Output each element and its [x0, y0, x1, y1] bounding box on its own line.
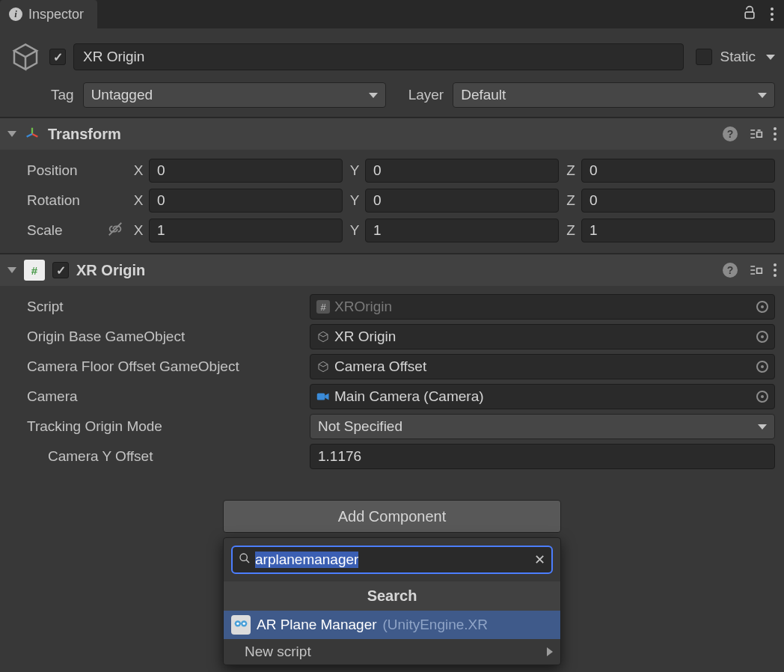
camera-floor-value: Camera Offset	[334, 358, 426, 375]
xrorigin-title: XR Origin	[76, 262, 715, 279]
position-x-input[interactable]	[149, 159, 343, 183]
info-icon: i	[9, 7, 22, 21]
camera-value: Main Camera (Camera)	[334, 388, 484, 405]
lock-icon[interactable]	[742, 5, 757, 24]
rotation-x-input[interactable]	[149, 189, 343, 213]
axis-y: Y	[347, 192, 362, 209]
component-menu-icon[interactable]	[774, 263, 777, 277]
axis-y: Y	[347, 222, 362, 239]
preset-icon[interactable]	[748, 263, 763, 278]
cube-icon	[9, 40, 42, 73]
rotation-z-input[interactable]	[581, 189, 775, 213]
xrorigin-header[interactable]: # XR Origin ?	[0, 254, 784, 286]
origin-base-label: Origin Base GameObject	[27, 329, 304, 345]
component-menu-icon[interactable]	[774, 127, 777, 141]
svg-point-10	[243, 623, 245, 625]
scale-x-input[interactable]	[149, 219, 343, 242]
transform-title: Transform	[48, 126, 715, 143]
camera-floor-field[interactable]: Camera Offset	[310, 354, 775, 379]
script-label: Script	[27, 299, 304, 315]
clear-search-icon[interactable]: ✕	[534, 552, 545, 568]
search-result-arplanemanager[interactable]: AR Plane Manager (UnityEngine.XR	[224, 611, 560, 639]
result-name: AR Plane Manager	[257, 617, 377, 633]
result-namespace: (UnityEngine.XR	[383, 617, 488, 633]
script-value: XROrigin	[334, 299, 392, 315]
new-script-option[interactable]: New script	[224, 639, 560, 665]
axis-z: Z	[563, 222, 578, 239]
scale-y-input[interactable]	[365, 219, 559, 242]
tracking-mode-label: Tracking Origin Mode	[27, 418, 304, 435]
axis-x: X	[131, 162, 146, 179]
static-dropdown-icon[interactable]	[766, 55, 775, 60]
layer-label: Layer	[408, 87, 444, 103]
rotation-y-input[interactable]	[365, 189, 559, 213]
camera-floor-label: Camera Floor Offset GameObject	[27, 358, 304, 375]
object-picker-icon[interactable]	[756, 331, 768, 343]
search-icon	[239, 552, 251, 568]
xrorigin-component: # XR Origin ? Script # XROrigin Origin B…	[0, 254, 784, 479]
component-search-input[interactable]	[255, 552, 534, 568]
scale-label: Scale	[27, 222, 101, 239]
camera-mini-icon	[316, 390, 330, 403]
component-enable-checkbox[interactable]	[52, 262, 69, 278]
tag-dropdown[interactable]: Untagged	[83, 82, 386, 108]
foldout-icon	[7, 267, 16, 273]
chevron-down-icon	[758, 93, 767, 98]
object-picker-icon[interactable]	[756, 361, 768, 373]
popup-title: Search	[224, 581, 560, 611]
script-field: # XROrigin	[310, 294, 775, 320]
transform-component: Transform ? Position X Y Z Rotation X Y …	[0, 118, 784, 253]
svg-line-2	[109, 222, 122, 235]
tab-menu-icon[interactable]	[771, 7, 774, 21]
layer-dropdown[interactable]: Default	[453, 82, 775, 108]
camera-field[interactable]: Main Camera (Camera)	[310, 384, 775, 409]
svg-point-5	[240, 554, 247, 560]
camera-label: Camera	[27, 388, 304, 405]
rotation-label: Rotation	[27, 192, 125, 209]
add-component-label: Add Component	[338, 508, 447, 525]
rotation-row: Rotation X Y Z	[27, 186, 775, 216]
add-component-popup: ✕ Search AR Plane Manager (UnityEngine.X…	[223, 537, 561, 665]
cube-mini-icon	[316, 330, 330, 343]
object-picker-icon[interactable]	[756, 301, 768, 313]
help-icon[interactable]: ?	[723, 126, 738, 141]
position-z-input[interactable]	[581, 159, 775, 183]
add-component-area: Add Component ✕ Search AR Plane Manager …	[0, 479, 784, 672]
new-script-label: New script	[245, 644, 311, 660]
component-search-box[interactable]: ✕	[231, 546, 553, 574]
chevron-down-icon	[758, 424, 767, 430]
camera-y-offset-input[interactable]	[310, 444, 775, 469]
origin-base-value: XR Origin	[334, 329, 396, 345]
preset-icon[interactable]	[748, 126, 763, 141]
active-checkbox[interactable]	[49, 49, 66, 65]
scale-z-input[interactable]	[581, 219, 775, 242]
tab-bar: i Inspector	[0, 0, 784, 28]
chevron-down-icon	[369, 93, 378, 98]
axis-z: Z	[563, 192, 578, 209]
help-icon[interactable]: ?	[723, 263, 738, 278]
foldout-icon	[7, 131, 16, 137]
position-label: Position	[27, 162, 125, 179]
transform-header[interactable]: Transform ?	[0, 118, 784, 150]
constrain-link-icon[interactable]	[107, 221, 123, 241]
svg-rect-0	[745, 12, 754, 18]
svg-rect-3	[757, 269, 762, 274]
svg-point-9	[236, 623, 239, 625]
axis-x: X	[131, 192, 146, 209]
object-picker-icon[interactable]	[756, 391, 768, 403]
static-label: Static	[720, 49, 756, 65]
tag-label: Tag	[51, 87, 74, 103]
script-icon: #	[24, 260, 45, 281]
tag-value: Untagged	[91, 87, 153, 103]
add-component-button[interactable]: Add Component	[223, 500, 561, 533]
camera-y-offset-label: Camera Y Offset	[27, 448, 304, 465]
svg-rect-4	[317, 394, 325, 400]
gameobject-name-input[interactable]	[73, 43, 684, 70]
inspector-tab[interactable]: i Inspector	[0, 0, 97, 28]
svg-line-6	[246, 560, 249, 563]
tracking-mode-dropdown[interactable]: Not Specified	[310, 414, 775, 439]
position-y-input[interactable]	[365, 159, 559, 183]
transform-icon	[24, 126, 40, 142]
origin-base-field[interactable]: XR Origin	[310, 324, 775, 349]
static-checkbox[interactable]	[696, 49, 712, 65]
